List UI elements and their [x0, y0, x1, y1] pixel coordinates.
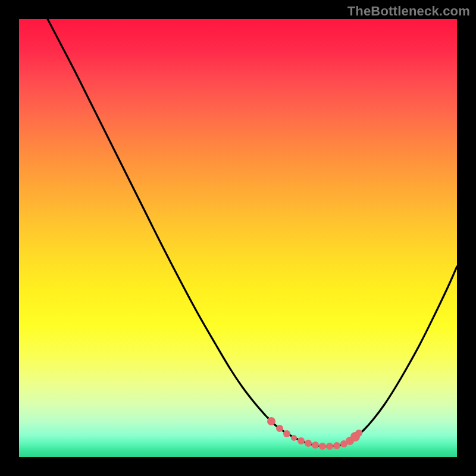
curve-marker — [276, 425, 283, 432]
curve-marker — [355, 430, 362, 437]
curve-marker — [305, 440, 312, 447]
curve-marker — [326, 443, 333, 450]
plot-area — [19, 19, 457, 457]
curve-marker — [267, 417, 275, 425]
curve-marker — [319, 443, 326, 450]
curve-marker — [333, 442, 340, 449]
chart-frame: TheBottleneck.com — [0, 0, 476, 476]
curve-marker — [291, 435, 297, 441]
curve-marker — [298, 437, 305, 444]
watermark-label: TheBottleneck.com — [347, 4, 470, 19]
bottleneck-curve — [19, 19, 457, 457]
curve-marker — [312, 441, 319, 449]
curve-marker — [283, 430, 290, 437]
